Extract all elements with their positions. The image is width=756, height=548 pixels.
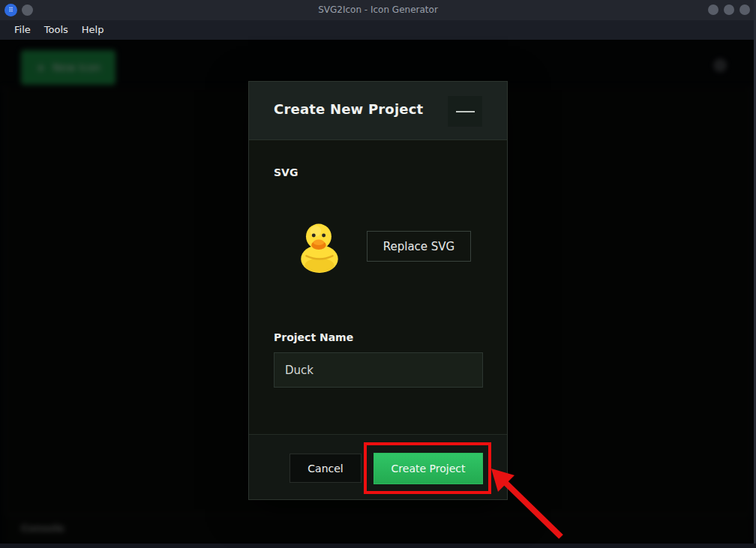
dialog-minimize-button[interactable] (448, 96, 482, 127)
duck-icon (296, 221, 345, 274)
annotation-highlight-rect (364, 442, 491, 494)
window-title: SVG2Icon - Icon Generator (0, 0, 756, 20)
close-window-icon[interactable] (740, 4, 750, 15)
minimize-dash-icon (456, 111, 475, 112)
dialog-title: Create New Project (274, 101, 423, 117)
maximize-window-icon[interactable] (724, 4, 734, 15)
create-project-dialog: Create New Project SVG Replace SVG Proje… (248, 81, 508, 500)
menu-tools[interactable]: Tools (38, 20, 75, 40)
project-name-input[interactable] (274, 352, 483, 388)
menu-help[interactable]: Help (75, 20, 111, 40)
svg-section-label: SVG (274, 166, 298, 178)
titlebar: ⠿ SVG2Icon - Icon Generator (0, 0, 756, 20)
window-controls (708, 4, 750, 15)
cancel-button[interactable]: Cancel (290, 454, 362, 483)
dialog-header: Create New Project (249, 82, 507, 140)
replace-svg-button[interactable]: Replace SVG (367, 231, 471, 262)
app-window: ⠿ SVG2Icon - Icon Generator File Tools H… (0, 0, 756, 548)
menubar: File Tools Help (0, 20, 756, 40)
dialog-body: SVG Replace SVG Project Name (249, 140, 507, 434)
project-name-label: Project Name (274, 331, 353, 343)
minimize-window-icon[interactable] (708, 4, 718, 15)
menu-file[interactable]: File (8, 20, 38, 40)
annotation-arrow-icon (480, 457, 578, 548)
